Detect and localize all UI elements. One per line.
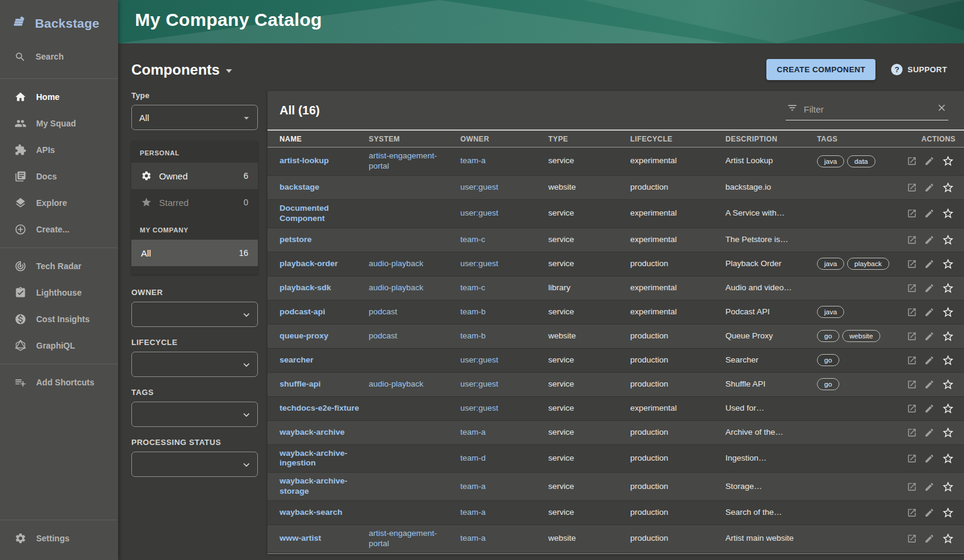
open-in-new-icon[interactable]: [907, 428, 917, 438]
star-icon[interactable]: [942, 181, 954, 194]
star-icon[interactable]: [942, 506, 954, 519]
edit-icon[interactable]: [924, 235, 934, 245]
open-in-new-icon[interactable]: [907, 208, 917, 219]
entity-name-link[interactable]: playback-sdk: [280, 283, 331, 292]
open-in-new-icon[interactable]: [907, 235, 917, 245]
system-link[interactable]: audio-playback: [369, 259, 424, 268]
sidebar-item-graphiql[interactable]: GraphiQL: [0, 332, 118, 359]
column-header-name[interactable]: NAME: [280, 135, 369, 143]
entity-name-link[interactable]: www-artist: [280, 534, 321, 543]
star-icon[interactable]: [942, 330, 954, 343]
entity-name-link[interactable]: wayback-archive: [280, 428, 345, 437]
edit-icon[interactable]: [924, 482, 934, 492]
open-in-new-icon[interactable]: [907, 482, 917, 492]
open-in-new-icon[interactable]: [907, 331, 917, 341]
edit-icon[interactable]: [924, 208, 934, 219]
open-in-new-icon[interactable]: [907, 355, 917, 366]
sidebar-item-apis[interactable]: APIs: [0, 137, 118, 163]
edit-icon[interactable]: [924, 307, 934, 317]
sidebar-item-lighthouse[interactable]: Lighthouse: [0, 279, 118, 306]
owner-link[interactable]: team-b: [460, 331, 486, 340]
star-icon[interactable]: [942, 234, 954, 246]
entity-name-link[interactable]: petstore: [280, 235, 311, 244]
star-icon[interactable]: [942, 306, 954, 319]
sidebar-item-cost-insights[interactable]: Cost Insights: [0, 306, 118, 332]
entity-name-link[interactable]: queue-proxy: [280, 331, 328, 340]
open-in-new-icon[interactable]: [907, 156, 917, 166]
sidebar-item-docs[interactable]: Docs: [0, 163, 118, 190]
star-icon[interactable]: [942, 282, 954, 294]
column-header-description[interactable]: DESCRIPTION: [725, 135, 817, 143]
owner-link[interactable]: team-c: [460, 283, 485, 292]
star-icon[interactable]: [942, 378, 954, 391]
type-filter-select[interactable]: All: [131, 105, 258, 130]
open-in-new-icon[interactable]: [907, 307, 917, 317]
star-icon[interactable]: [942, 481, 954, 493]
edit-icon[interactable]: [924, 156, 934, 166]
sidebar-item-settings[interactable]: Settings: [0, 525, 118, 552]
processing-status-filter-select[interactable]: [131, 452, 258, 477]
system-link[interactable]: podcast: [369, 307, 397, 316]
entity-name-link[interactable]: techdocs-e2e-fixture: [280, 403, 359, 412]
sidebar-item-tech-radar[interactable]: Tech Radar: [0, 253, 118, 279]
column-header-tags[interactable]: TAGS: [817, 135, 899, 143]
open-in-new-icon[interactable]: [907, 453, 917, 464]
sidebar-item-my-squad[interactable]: My Squad: [0, 110, 118, 137]
sidebar-item-explore[interactable]: Explore: [0, 190, 118, 216]
edit-icon[interactable]: [924, 182, 934, 193]
owner-link[interactable]: team-d: [460, 453, 486, 462]
owner-link[interactable]: team-a: [460, 534, 486, 543]
entity-name-link[interactable]: artist-lookup: [280, 156, 329, 165]
owner-link[interactable]: user:guest: [460, 403, 498, 412]
column-header-type[interactable]: TYPE: [548, 135, 630, 143]
star-icon[interactable]: [942, 452, 954, 465]
edit-icon[interactable]: [924, 283, 934, 293]
owner-link[interactable]: team-a: [460, 156, 486, 165]
owner-link[interactable]: user:guest: [460, 208, 498, 217]
open-in-new-icon[interactable]: [907, 379, 917, 390]
owned-filter-item[interactable]: Owned 6: [131, 163, 258, 189]
starred-filter-item[interactable]: Starred 0: [131, 189, 258, 216]
edit-icon[interactable]: [924, 453, 934, 464]
owner-link[interactable]: team-b: [460, 307, 486, 316]
edit-icon[interactable]: [924, 331, 934, 341]
owner-link[interactable]: team-a: [460, 482, 486, 491]
edit-icon[interactable]: [924, 428, 934, 438]
lifecycle-filter-select[interactable]: [131, 352, 258, 377]
star-icon[interactable]: [942, 258, 954, 270]
backstage-logo[interactable]: Backstage: [0, 0, 118, 43]
owner-link[interactable]: user:guest: [460, 182, 498, 191]
edit-icon[interactable]: [924, 259, 934, 269]
entity-name-link[interactable]: podcast-api: [280, 307, 325, 316]
owner-filter-select[interactable]: [131, 302, 258, 327]
sidebar-item-home[interactable]: Home: [0, 84, 118, 110]
system-link[interactable]: audio-playback: [369, 283, 424, 292]
tags-filter-select[interactable]: [131, 402, 258, 427]
table-filter-field[interactable]: [786, 100, 948, 120]
open-in-new-icon[interactable]: [907, 508, 917, 518]
entity-name-link[interactable]: shuffle-api: [280, 379, 321, 388]
column-header-system[interactable]: SYSTEM: [369, 135, 460, 143]
kind-picker-dropdown[interactable]: Components: [131, 61, 232, 78]
entity-name-link[interactable]: wayback-archive-storage: [280, 476, 348, 496]
sidebar-item-add-shortcuts[interactable]: Add Shortcuts: [0, 369, 118, 396]
sidebar-item-search[interactable]: Search: [0, 43, 118, 70]
entity-name-link[interactable]: wayback-search: [280, 508, 342, 517]
clear-filter-icon[interactable]: [936, 102, 947, 116]
support-button[interactable]: ? SUPPORT: [891, 64, 947, 75]
column-header-lifecycle[interactable]: LIFECYCLE: [630, 135, 725, 143]
sidebar-item-create[interactable]: Create...: [0, 216, 118, 243]
system-link[interactable]: artist-engagement-portal: [369, 529, 437, 548]
edit-icon[interactable]: [924, 355, 934, 366]
entity-name-link[interactable]: playback-order: [280, 259, 338, 268]
column-header-owner[interactable]: OWNER: [460, 135, 548, 143]
owner-link[interactable]: user:guest: [460, 355, 498, 364]
edit-icon[interactable]: [924, 508, 934, 518]
owner-link[interactable]: user:guest: [460, 259, 498, 268]
entity-name-link[interactable]: searcher: [280, 355, 313, 364]
star-icon[interactable]: [942, 532, 954, 545]
edit-icon[interactable]: [924, 379, 934, 390]
star-icon[interactable]: [942, 426, 954, 439]
system-link[interactable]: podcast: [369, 331, 397, 340]
star-icon[interactable]: [942, 155, 954, 167]
